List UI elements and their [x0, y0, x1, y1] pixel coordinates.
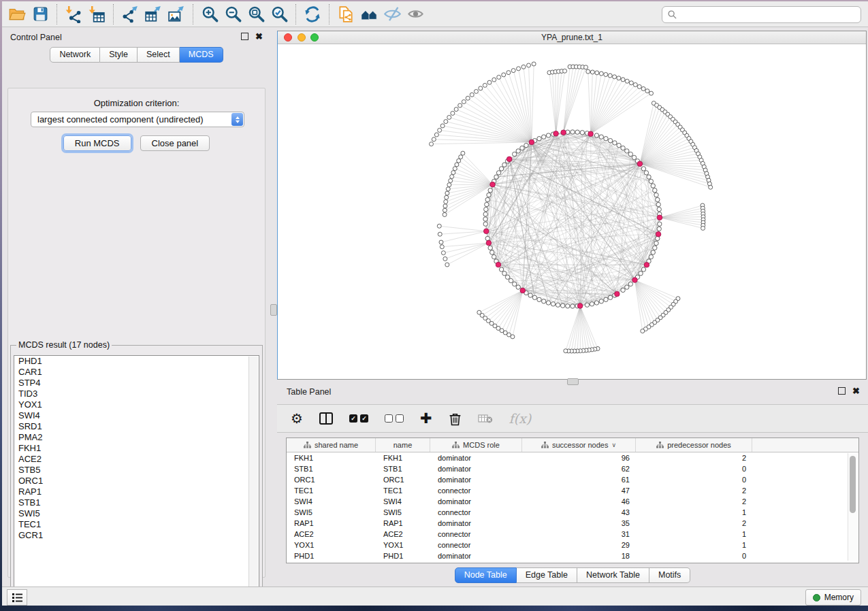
close-panel-icon[interactable]: ✖: [255, 33, 263, 40]
table-row[interactable]: ACE2ACE2connector311: [287, 529, 858, 540]
export-table-button[interactable]: [142, 3, 165, 25]
toolbar-separator: [193, 4, 193, 24]
cell-mcds-role: dominator: [430, 452, 522, 463]
mcds-result-item[interactable]: ACE2: [14, 454, 259, 465]
search-input[interactable]: [677, 7, 861, 22]
first-neighbors-button[interactable]: [357, 3, 381, 25]
show-columns-button[interactable]: [319, 412, 333, 425]
deselect-all-columns-button[interactable]: [385, 414, 404, 423]
show-all-button[interactable]: [404, 3, 427, 25]
network-canvas[interactable]: [278, 44, 866, 380]
cell-shared-name: SWI4: [287, 496, 376, 507]
save-button[interactable]: [29, 3, 52, 25]
close-panel-icon[interactable]: ✖: [852, 387, 860, 395]
mcds-result-item[interactable]: YOX1: [14, 399, 259, 410]
vertical-splitter-handle[interactable]: [270, 304, 277, 316]
hierarchy-icon: [304, 442, 311, 448]
table-row[interactable]: STB1STB1dominator620: [287, 463, 858, 474]
mcds-result-item[interactable]: TEC1: [14, 519, 259, 530]
column-header-predecessor-nodes[interactable]: predecessor nodes: [636, 438, 752, 452]
table-scrollbar-thumb[interactable]: [850, 456, 856, 513]
zoom-out-button[interactable]: [221, 3, 244, 25]
maximize-window-icon[interactable]: [310, 33, 319, 42]
export-image-button[interactable]: [165, 3, 188, 25]
column-header-successor-nodes[interactable]: successor nodes∨: [522, 438, 636, 452]
optimization-criterion-select[interactable]: largest connected component (undirected): [31, 112, 244, 127]
add-column-button[interactable]: ✚: [420, 412, 432, 425]
horizontal-splitter-handle[interactable]: [567, 378, 579, 385]
close-panel-button[interactable]: Close panel: [140, 135, 210, 151]
mcds-result-item[interactable]: RAP1: [14, 486, 259, 497]
hide-selected-button[interactable]: [381, 3, 404, 25]
control-panel-tab-style[interactable]: Style: [100, 47, 138, 63]
clone-network-button[interactable]: [334, 3, 357, 25]
table-row[interactable]: TEC1TEC1connector472: [287, 485, 858, 496]
mcds-scrollbar[interactable]: [248, 357, 258, 587]
float-panel-icon[interactable]: [241, 33, 248, 40]
table-tab-node-table[interactable]: Node Table: [455, 567, 517, 583]
minimize-window-icon[interactable]: [298, 33, 306, 42]
table-panel-tabs: Node TableEdge TableNetwork TableMotifs: [277, 567, 868, 583]
table-tab-network-table[interactable]: Network Table: [577, 567, 649, 583]
mcds-result-item[interactable]: GCR1: [14, 530, 259, 541]
table-row[interactable]: FKH1FKH1dominator962: [287, 452, 858, 463]
network-window-titlebar[interactable]: YPA_prune.txt_1: [278, 31, 866, 44]
toolbar-separator: [57, 4, 57, 24]
cell-successor-nodes: 31: [522, 529, 636, 540]
refresh-button[interactable]: [301, 3, 324, 25]
column-header-shared-name[interactable]: shared name: [287, 438, 376, 452]
select-all-columns-button[interactable]: ✓ ✓: [349, 414, 368, 423]
table-tab-motifs[interactable]: Motifs: [649, 567, 690, 583]
cell-successor-nodes: 18: [522, 550, 636, 561]
import-table-button[interactable]: [85, 3, 108, 25]
table-scrollbar[interactable]: [848, 453, 857, 561]
mcds-result-item[interactable]: STB1: [14, 497, 259, 508]
mcds-result-item[interactable]: PMA2: [14, 432, 259, 443]
mcds-result-item[interactable]: STP4: [14, 378, 259, 389]
mcds-result-item[interactable]: SWI5: [14, 508, 259, 519]
table-row[interactable]: SWI5SWI5connector431: [287, 507, 858, 518]
mcds-result-item[interactable]: STB5: [14, 465, 259, 476]
toolbar-separator: [295, 4, 296, 24]
table-row[interactable]: YOX1YOX1connector291: [287, 540, 858, 550]
mcds-result-item[interactable]: ORC1: [14, 476, 259, 486]
mcds-result-item[interactable]: SWI4: [14, 410, 259, 421]
run-mcds-button[interactable]: Run MCDS: [63, 135, 131, 151]
table-tab-edge-table[interactable]: Edge Table: [517, 567, 577, 583]
column-header-mcds-role[interactable]: MCDS role: [430, 438, 522, 452]
mcds-result-item[interactable]: PHD1: [14, 356, 259, 367]
sort-menu-icon[interactable]: ∨: [611, 442, 616, 448]
cell-shared-name: SWI5: [287, 507, 376, 518]
cell-predecessor-nodes: 1: [636, 507, 752, 518]
open-folder-button[interactable]: [5, 3, 29, 25]
float-panel-icon[interactable]: [838, 387, 846, 395]
table-row[interactable]: ORC1ORC1dominator610: [287, 474, 858, 485]
table-settings-button[interactable]: ⚙: [291, 412, 303, 425]
open-folder-icon: [8, 5, 26, 23]
zoom-in-button[interactable]: [198, 3, 221, 25]
zoom-selected-button[interactable]: [268, 3, 291, 25]
export-network-button[interactable]: [118, 3, 142, 25]
control-panel-tab-network[interactable]: Network: [50, 47, 100, 63]
table-body: FKH1FKH1dominator962STB1STB1dominator620…: [287, 452, 858, 561]
control-panel-tab-mcds[interactable]: MCDS: [180, 47, 223, 63]
memory-button[interactable]: Memory: [805, 589, 861, 606]
task-history-button[interactable]: [7, 589, 27, 606]
mcds-result-item[interactable]: CAR1: [14, 367, 259, 378]
column-header-name[interactable]: name: [376, 438, 430, 452]
import-network-button[interactable]: [62, 3, 85, 25]
mcds-result-item[interactable]: TID3: [14, 389, 259, 399]
cell-mcds-role: dominator: [430, 496, 522, 507]
control-panel-tab-select[interactable]: Select: [138, 47, 180, 63]
mcds-result-item[interactable]: SRD1: [14, 421, 259, 432]
table-row[interactable]: SWI4SWI4dominator462: [287, 496, 858, 507]
delete-column-button[interactable]: [449, 412, 462, 426]
mcds-result-title: MCDS result (17 nodes): [16, 340, 112, 350]
table-row[interactable]: RAP1RAP1dominator352: [287, 518, 858, 529]
cell-predecessor-nodes: 2: [636, 485, 752, 496]
table-row[interactable]: PHD1PHD1dominator180: [287, 550, 858, 561]
mcds-result-item[interactable]: FKH1: [14, 443, 259, 454]
close-window-icon[interactable]: [284, 33, 292, 42]
cell-name: ACE2: [376, 529, 430, 540]
zoom-fit-button[interactable]: [244, 3, 268, 25]
